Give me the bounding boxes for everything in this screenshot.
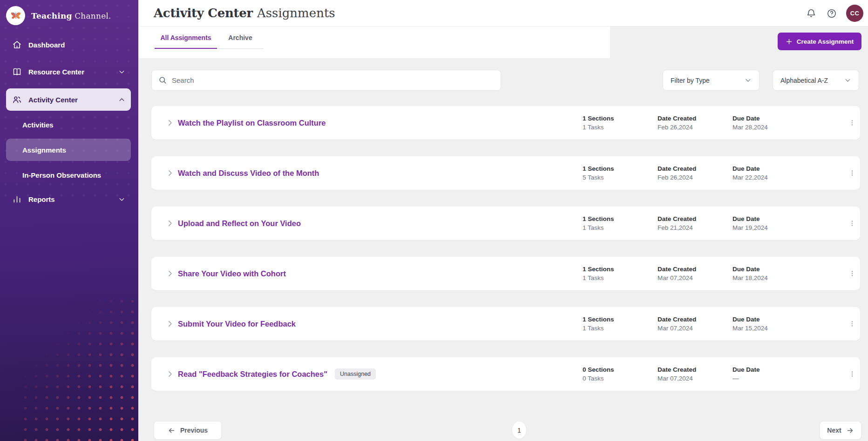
sections-count: 1 Sections — [583, 215, 614, 223]
assignment-list: Watch the Playlist on Classroom Culture … — [151, 106, 860, 391]
help-icon[interactable] — [826, 7, 838, 20]
sections-count: 0 Sections — [583, 366, 614, 374]
row-options-kebab-icon[interactable] — [847, 166, 857, 180]
assignment-title[interactable]: Watch and Discuss Video of the Month — [178, 169, 319, 178]
sidebar: Teaching Channel. Dashboard Resource Cen… — [0, 0, 138, 441]
header-actions: CC — [805, 0, 863, 27]
sidebar-item-label: In-Person Observations — [22, 171, 101, 179]
bar-chart-icon — [12, 194, 22, 204]
page-number[interactable]: 1 — [512, 421, 526, 439]
previous-page-button[interactable]: Previous — [154, 421, 222, 440]
assignment-row[interactable]: Submit Your Video for Feedback 1 Section… — [151, 307, 860, 341]
tasks-count: 1 Tasks — [583, 325, 614, 332]
assignment-title[interactable]: Watch the Playlist on Classroom Culture — [178, 119, 326, 127]
sections-count: 1 Sections — [583, 115, 614, 122]
sidebar-item-label: Reports — [28, 195, 55, 203]
sections-tasks-column: 1 Sections 1 Tasks — [583, 215, 614, 232]
sidebar-item-label: Dashboard — [28, 41, 65, 49]
brand-name-bold: Teaching — [31, 11, 72, 20]
chevron-down-icon — [844, 77, 851, 84]
sidebar-item-label: Assignments — [22, 146, 66, 154]
sections-tasks-column: 1 Sections 1 Tasks — [583, 316, 614, 332]
row-options-kebab-icon[interactable] — [847, 116, 857, 130]
date-created-column: Date Created Feb 21,2024 — [658, 215, 696, 232]
due-date-value: Mar 18,2024 — [732, 274, 768, 282]
tabs-strip: All Assignments Archive — [138, 27, 610, 58]
row-options-kebab-icon[interactable] — [847, 267, 857, 281]
tabs: All Assignments Archive — [155, 27, 264, 49]
due-date-column: Due Date Mar 15,2024 — [732, 316, 768, 332]
due-date-label: Due Date — [732, 316, 768, 323]
assignment-title[interactable]: Submit Your Video for Feedback — [178, 320, 296, 328]
sections-count: 1 Sections — [583, 266, 614, 273]
page-title: Activity CenterAssignments — [154, 6, 335, 20]
chevron-right-icon[interactable] — [165, 269, 175, 278]
chevron-right-icon[interactable] — [165, 168, 175, 178]
assignment-title[interactable]: Read "Feedback Strategies for Coaches" — [178, 370, 327, 379]
tab-all-assignments[interactable]: All Assignments — [155, 27, 217, 49]
assignment-row[interactable]: Share Your Video with Cohort 1 Sections … — [151, 257, 860, 290]
previous-label: Previous — [180, 427, 208, 434]
main-content: Activity CenterAssignments CC All Assign… — [138, 0, 868, 441]
date-created-column: Date Created Feb 26,2024 — [658, 165, 696, 181]
due-date-value: Mar 19,2024 — [732, 224, 768, 232]
tasks-count: 0 Tasks — [583, 375, 614, 382]
sidebar-item-dashboard[interactable]: Dashboard — [6, 34, 131, 55]
sections-tasks-column: 1 Sections 1 Tasks — [583, 266, 614, 282]
sidebar-item-activities[interactable]: Activities — [6, 114, 131, 135]
date-created-column: Date Created Mar 07,2024 — [658, 316, 696, 332]
assignment-row[interactable]: Watch and Discuss Video of the Month 1 S… — [151, 156, 860, 190]
tasks-count: 5 Tasks — [583, 174, 614, 181]
next-page-button[interactable]: Next — [820, 421, 861, 440]
date-created-label: Date Created — [658, 215, 696, 223]
date-created-value: Feb 21,2024 — [658, 224, 696, 232]
tab-archive[interactable]: Archive — [217, 27, 264, 49]
notifications-bell-icon[interactable] — [805, 7, 817, 20]
due-date-column: Due Date Mar 28,2024 — [732, 115, 768, 131]
search-icon — [158, 76, 167, 85]
assignment-row[interactable]: Watch the Playlist on Classroom Culture … — [151, 106, 860, 140]
sidebar-nav: Dashboard Resource Center Activity Cente… — [0, 25, 138, 209]
sections-tasks-column: 0 Sections 0 Tasks — [583, 366, 614, 382]
date-created-label: Date Created — [658, 366, 696, 374]
chevron-down-icon — [118, 196, 125, 203]
page-title-subsection: Assignments — [257, 6, 335, 20]
sidebar-item-in-person-observations[interactable]: In-Person Observations — [6, 165, 131, 185]
sidebar-item-reports[interactable]: Reports — [6, 189, 131, 209]
assignment-row[interactable]: Read "Feedback Strategies for Coaches" U… — [151, 357, 860, 391]
sections-count: 1 Sections — [583, 316, 614, 323]
assignment-row[interactable]: Upload and Reflect on Your Video 1 Secti… — [151, 207, 860, 240]
sort-dropdown[interactable]: Alphabetical A-Z — [773, 70, 859, 91]
due-date-label: Due Date — [732, 366, 760, 374]
chevron-right-icon[interactable] — [165, 118, 175, 127]
search-box — [151, 70, 501, 91]
sidebar-item-activity-center[interactable]: Activity Center — [6, 88, 131, 111]
row-options-kebab-icon[interactable] — [847, 317, 857, 331]
filter-by-type-dropdown[interactable]: Filter by Type — [663, 70, 760, 91]
arrow-left-icon — [168, 427, 176, 434]
assignment-title[interactable]: Share Your Video with Cohort — [178, 269, 286, 278]
sidebar-item-label: Activities — [22, 121, 54, 129]
due-date-column: Due Date Mar 22,2024 — [732, 165, 768, 181]
date-created-value: Mar 07,2024 — [658, 375, 696, 382]
assignment-title[interactable]: Upload and Reflect on Your Video — [178, 219, 301, 228]
arrow-right-icon — [846, 427, 854, 434]
row-options-kebab-icon[interactable] — [847, 216, 857, 230]
date-created-value: Mar 07,2024 — [658, 325, 696, 332]
create-assignment-button[interactable]: Create Assignment — [778, 33, 861, 50]
chevron-right-icon[interactable] — [165, 219, 175, 228]
sidebar-item-resource-center[interactable]: Resource Center — [6, 61, 131, 82]
sidebar-item-label: Resource Center — [28, 68, 84, 76]
date-created-label: Date Created — [658, 115, 696, 122]
brand-logo[interactable]: Teaching Channel. — [0, 0, 138, 25]
chevron-right-icon[interactable] — [165, 319, 175, 328]
date-created-column: Date Created Mar 07,2024 — [658, 266, 696, 282]
user-avatar[interactable]: CC — [846, 5, 863, 22]
row-options-kebab-icon[interactable] — [847, 367, 857, 381]
create-assignment-label: Create Assignment — [797, 38, 854, 45]
chevron-down-icon — [118, 68, 125, 75]
date-created-column: Date Created Mar 07,2024 — [658, 366, 696, 382]
search-input[interactable] — [172, 76, 494, 84]
sidebar-item-assignments[interactable]: Assignments — [6, 139, 131, 161]
chevron-right-icon[interactable] — [165, 369, 175, 379]
